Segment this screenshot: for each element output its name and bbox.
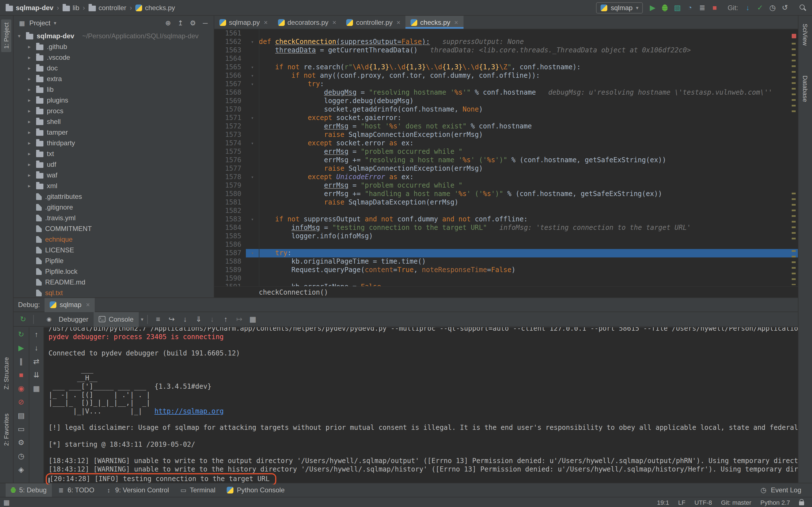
tree-item-.github[interactable]: ▸.github (13, 41, 214, 52)
editor-tab-sqlmap.py[interactable]: sqlmap.py× (214, 16, 273, 29)
line-separator[interactable]: LF (678, 499, 686, 506)
code-line-1568[interactable]: 1568 debugMsg = "resolving hostname '%s'… (214, 89, 798, 97)
breadcrumb-item-sqlmap-dev[interactable]: sqlmap-dev (6, 4, 53, 11)
tree-item-.gitignore[interactable]: .gitignore (13, 202, 214, 212)
toolwindow-button-5: Debug[interactable]: 5: Debug (6, 483, 52, 497)
tree-item-procs[interactable]: ▸procs (13, 105, 214, 116)
run-icon[interactable]: ▶ (649, 4, 657, 11)
fold-arrow-icon[interactable]: ▾ (246, 38, 259, 46)
update-project-icon[interactable]: ↓ (744, 4, 752, 11)
mute-breakpoints-icon[interactable]: ⊘ (17, 398, 25, 406)
line-number[interactable]: 1576 (214, 156, 246, 165)
locate-icon[interactable]: ⊕ (164, 19, 172, 27)
run-configuration-select[interactable]: sqlmap ▾ (596, 2, 643, 13)
line-number[interactable]: 1566 (214, 71, 246, 80)
editor-tab-checks.py[interactable]: checks.py× (405, 16, 463, 29)
fold-arrow-icon[interactable]: ▾ (246, 114, 259, 122)
line-number[interactable]: 1570 (214, 105, 246, 114)
expanded-arrow-icon[interactable]: ▾ (16, 33, 22, 39)
code-line-1565[interactable]: 1565▾ if not re.search(r"\A\d{1,3}\.\d{1… (214, 63, 798, 71)
tree-item-LICENSE[interactable]: LICENSE (13, 244, 214, 255)
editor-tab-decorators.py[interactable]: decorators.py× (273, 16, 341, 29)
search-icon[interactable] (799, 4, 806, 11)
collapsed-arrow-icon[interactable]: ▸ (26, 172, 33, 178)
fold-arrow-icon[interactable]: ▾ (246, 249, 259, 258)
view-tab-Console[interactable]: Console (93, 312, 139, 327)
stripe-button-Z: Structure[interactable]: Z: Structure (1, 354, 11, 393)
collapsed-arrow-icon[interactable]: ▸ (26, 44, 33, 49)
fold-arrow-icon[interactable]: ▾ (246, 173, 259, 181)
close-tab-icon[interactable]: × (454, 18, 458, 26)
line-number[interactable]: 1583 (214, 215, 246, 224)
tree-item-xml[interactable]: ▸xml (13, 180, 214, 191)
tree-item-README.md[interactable]: README.md (13, 277, 214, 287)
tree-item-Pipfile[interactable]: Pipfile (13, 255, 214, 266)
analysis-marks-stripe[interactable] (791, 29, 797, 286)
tree-item-.gitattributes[interactable]: .gitattributes (13, 191, 214, 202)
code-line-1591[interactable]: 1591 kb.errorIsNone = False (214, 283, 798, 286)
tree-item-extra[interactable]: ▸extra (13, 73, 214, 84)
toolwindow-button-6: TODO[interactable]: ≣6: TODO (53, 483, 99, 497)
fold-arrow-icon[interactable]: ▾ (246, 63, 259, 71)
scroll-to-end-icon[interactable]: ⇊ (33, 371, 40, 379)
code-line-1584[interactable]: 1584 infoMsg = "testing connection to th… (214, 224, 798, 232)
tree-item-sql.txt[interactable]: sql.txt (13, 287, 214, 297)
code-line-1573[interactable]: 1573 raise SqlmapConnectionException(err… (214, 131, 798, 139)
code-editor[interactable]: 15611562▾def checkConnection(suppressOut… (214, 29, 798, 286)
code-line-1567[interactable]: 1567▾ try: (214, 80, 798, 89)
collapsed-arrow-icon[interactable]: ▸ (26, 151, 33, 156)
debug-console-output[interactable]: /usr/local/bin/python2.7 /Applications/P… (44, 327, 798, 485)
toolwindow-button-Python Console[interactable]: Python Console (221, 483, 290, 497)
python-interpreter-widget[interactable]: Python 2.7 (760, 499, 790, 506)
code-line-1590[interactable]: 1590 (214, 274, 798, 283)
line-number[interactable]: 1588 (214, 258, 246, 266)
code-line-1583[interactable]: 1583▾ if not suppressOutput and not conf… (214, 215, 798, 224)
code-line-1580[interactable]: 1580 errMsg += "handling a host name '%s… (214, 190, 798, 198)
code-line-1571[interactable]: 1571▾ except socket.gaierror: (214, 114, 798, 122)
collapsed-arrow-icon[interactable]: ▸ (26, 65, 33, 71)
lock-icon[interactable] (799, 501, 804, 505)
code-line-1582[interactable]: 1582 (214, 207, 798, 215)
code-line-1569[interactable]: 1569 logger.debug(debugMsg) (214, 97, 798, 105)
close-tab-icon[interactable]: × (333, 18, 336, 26)
view-as-table-icon[interactable]: ▦ (247, 315, 259, 323)
collapsed-arrow-icon[interactable]: ▸ (26, 87, 33, 92)
code-line-1579[interactable]: 1579 errMsg = "problem occurred while " (214, 181, 798, 190)
collapsed-arrow-icon[interactable]: ▸ (26, 76, 33, 81)
collapse-all-icon[interactable]: ↥ (176, 19, 185, 27)
line-number[interactable]: 1561 (214, 29, 246, 38)
tree-item-udf[interactable]: ▸udf (13, 159, 214, 170)
line-number[interactable]: 1581 (214, 198, 246, 207)
tree-item-.travis.yml[interactable]: .travis.yml (13, 212, 214, 223)
resume-icon[interactable]: ▶ (17, 344, 25, 352)
collapsed-arrow-icon[interactable]: ▸ (26, 140, 33, 146)
line-number[interactable]: 1573 (214, 131, 246, 139)
close-tab-icon[interactable]: × (396, 18, 400, 26)
line-number[interactable]: 1587 (214, 249, 246, 258)
line-number[interactable]: 1567 (214, 80, 246, 89)
line-number[interactable]: 1575 (214, 148, 246, 156)
pin-icon[interactable]: ◈ (17, 465, 25, 474)
line-number[interactable]: 1569 (214, 97, 246, 105)
tree-item-tamper[interactable]: ▸tamper (13, 127, 214, 137)
breadcrumb-item-checks.py[interactable]: checks.py (135, 4, 175, 11)
tree-item-shell[interactable]: ▸shell (13, 116, 214, 127)
fold-arrow-icon[interactable]: ▾ (246, 139, 259, 148)
clear-icon[interactable]: ▭ (17, 425, 25, 433)
line-number[interactable]: 1591 (214, 283, 246, 286)
console-options-chevron-icon[interactable]: ▾ (141, 316, 144, 322)
code-line-1563[interactable]: 1563 threadData = getCurrentThreadData()… (214, 46, 798, 55)
profiler-icon[interactable]: ◔ (686, 4, 694, 11)
tree-item-txt[interactable]: ▸txt (13, 148, 214, 159)
line-number[interactable]: 1578 (214, 173, 246, 181)
project-panel-title[interactable]: Project (29, 19, 50, 27)
view-as-grid-icon[interactable]: ▦ (33, 384, 40, 393)
line-number[interactable]: 1568 (214, 89, 246, 97)
toolwindow-button-Terminal[interactable]: ▭Terminal (175, 483, 220, 497)
tree-item-.vscode[interactable]: ▸.vscode (13, 52, 214, 62)
line-number[interactable]: 1579 (214, 181, 246, 190)
line-number[interactable]: 1577 (214, 165, 246, 173)
code-line-1587[interactable]: 1587▾ try: (214, 249, 798, 258)
restore-layout-icon[interactable]: ◷ (17, 452, 25, 460)
line-number[interactable]: 1580 (214, 190, 246, 198)
